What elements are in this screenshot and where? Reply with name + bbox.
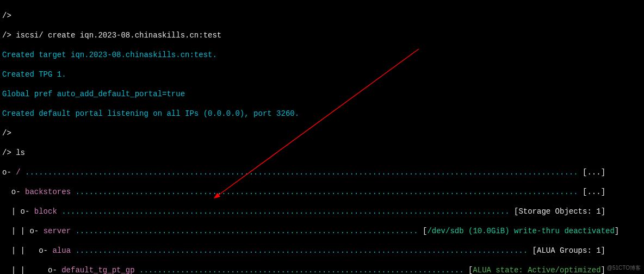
output-line: Created target iqn.2023-08.chinaskills.c… xyxy=(2,50,642,60)
command-line: /> iscsi/ create iqn.2023-08.chinaskills… xyxy=(2,30,642,40)
tree-row-backstores: o- backstores ..........................… xyxy=(2,187,642,197)
tree-row-alua: | | o- alua ............................… xyxy=(2,246,642,256)
tree-row-default-tg: | | o- default_tg_pt_gp ................… xyxy=(2,265,642,274)
prompt-line: /> xyxy=(2,11,642,21)
watermark-text: @51CTO博客 xyxy=(607,263,641,273)
prompt-line: /> xyxy=(2,128,642,138)
output-line: Created default portal listening on all … xyxy=(2,109,642,119)
terminal-output: /> /> iscsi/ create iqn.2023-08.chinaski… xyxy=(0,0,644,274)
tree-row-server: | | o- server ..........................… xyxy=(2,226,642,236)
command-line: /> ls xyxy=(2,148,642,158)
output-line: Global pref auto_add_default_portal=true xyxy=(2,89,642,99)
output-line: Created TPG 1. xyxy=(2,70,642,79)
tree-row-root: o- / ...................................… xyxy=(2,167,642,177)
tree-row-block: | o- block .............................… xyxy=(2,207,642,216)
